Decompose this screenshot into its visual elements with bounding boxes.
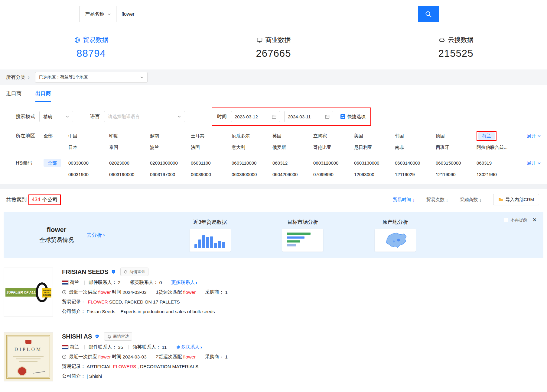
- hs-code-option[interactable]: 00330000: [68, 158, 107, 168]
- region-option[interactable]: 意大利: [232, 143, 270, 152]
- company-name[interactable]: FRISIAN SEEDS: [62, 268, 108, 275]
- quick-options-button[interactable]: 快捷选项: [340, 114, 366, 120]
- region-option[interactable]: 韩国: [395, 131, 433, 141]
- more-contacts-link[interactable]: 更多联系人 ›: [176, 344, 202, 350]
- hs-code-option[interactable]: 0603140000: [395, 158, 433, 168]
- radar-badge[interactable]: 商情雷达: [120, 268, 148, 276]
- region-option[interactable]: 土耳其: [191, 131, 229, 141]
- shipment-match-keyword: flower: [183, 354, 196, 360]
- hs-code-option[interactable]: 02023000: [109, 158, 148, 168]
- region-filter-row: 所在地区 全部 中国 印度 越南 土耳其 厄瓜多尔 英国 立陶宛 美国 韩国 德…: [0, 128, 547, 155]
- banner-card-trade-data[interactable]: 近3年贸易数据: [190, 219, 231, 252]
- company-name[interactable]: SHISHI AS: [62, 333, 92, 340]
- more-contacts-link[interactable]: 更多联系人 ›: [171, 279, 197, 286]
- hs-code-option[interactable]: 0603900000: [232, 170, 270, 179]
- region-option[interactable]: 日本: [68, 143, 107, 152]
- region-expand-label: 展开: [527, 131, 536, 141]
- hs-code-option[interactable]: 060312: [272, 158, 311, 168]
- hs-code-option[interactable]: 0604209000: [272, 170, 311, 179]
- region-option[interactable]: 俄罗斯: [272, 143, 311, 152]
- region-option-selected[interactable]: 荷兰: [478, 132, 495, 140]
- radar-badge[interactable]: 商情雷达: [104, 332, 132, 341]
- hs-code-option[interactable]: 0603120000: [313, 158, 352, 168]
- hs-code-options-grid: 00330000 02023000 02091000000 06031100 0…: [68, 158, 515, 179]
- breadcrumb[interactable]: 所有分类 ›: [6, 74, 30, 81]
- region-option[interactable]: 波兰: [150, 143, 188, 152]
- divider: [152, 290, 152, 294]
- hs-code-option[interactable]: 060319: [477, 158, 515, 168]
- region-option[interactable]: 哥伦比亚: [313, 143, 352, 152]
- region-option[interactable]: 法国: [191, 143, 229, 152]
- region-expand-link[interactable]: 展开: [527, 131, 541, 141]
- certificate-text-line: [13, 356, 44, 357]
- region-option[interactable]: 英国: [272, 131, 311, 141]
- hs-code-option-all[interactable]: 全部: [44, 159, 61, 167]
- hs-code-option[interactable]: 07099990: [313, 170, 352, 179]
- tab-exporter[interactable]: 出口商: [35, 85, 51, 102]
- region-option[interactable]: 德国: [436, 131, 474, 141]
- selected-region-dropdown[interactable]: 已选地区：荷兰等1个地区: [35, 72, 148, 83]
- supply-date: 2024-03-03: [122, 290, 146, 295]
- search-category-dropdown[interactable]: 产品名称: [80, 6, 117, 22]
- date-end-input[interactable]: 2024-03-11: [284, 111, 333, 122]
- hs-code-option[interactable]: 0603130000: [354, 158, 392, 168]
- region-option[interactable]: 尼日利亚: [354, 143, 392, 152]
- banner-card-origin[interactable]: 原产地分析: [375, 219, 416, 252]
- stat-cloud-data[interactable]: 云搜数据 215525: [365, 36, 547, 59]
- origin-map-thumbnail[interactable]: [375, 229, 416, 252]
- hs-code-option[interactable]: 0603110000: [232, 158, 270, 168]
- sort-trade-count[interactable]: 贸易次数 ↓: [426, 197, 448, 203]
- date-start-input[interactable]: 2023-03-12: [231, 111, 280, 122]
- stat-business-data[interactable]: 商业数据 267665: [182, 36, 365, 59]
- certificate-border: DIPLOM: [6, 335, 50, 379]
- region-option[interactable]: 泰国: [109, 143, 148, 152]
- sort-trade-time[interactable]: 贸易时间 ↓: [393, 197, 415, 203]
- close-icon[interactable]: ✕: [532, 217, 537, 223]
- search-mode-select[interactable]: 精确: [39, 111, 73, 122]
- search-button[interactable]: [418, 6, 439, 22]
- region-option[interactable]: 中国: [68, 131, 107, 141]
- dismiss-checkbox[interactable]: [504, 218, 508, 222]
- go-analyze-link[interactable]: 去分析 ›: [86, 232, 105, 239]
- region-option-all[interactable]: 全部: [44, 133, 53, 138]
- bar-chart-thumbnail[interactable]: [190, 229, 231, 252]
- region-option[interactable]: 阿拉伯联合酋...: [477, 143, 515, 152]
- hs-code-option[interactable]: 13021990: [477, 170, 515, 179]
- hs-code-option[interactable]: 02091000000: [150, 158, 188, 168]
- certificate-text-line: [19, 361, 37, 362]
- hs-code-option[interactable]: 06031100: [191, 158, 229, 168]
- stat-trade-data[interactable]: 贸易数据 88794: [0, 36, 182, 59]
- region-option[interactable]: 南非: [395, 143, 433, 152]
- hs-code-option[interactable]: 0603197000: [150, 170, 188, 179]
- hs-code-option[interactable]: 0603150000: [436, 158, 474, 168]
- region-option[interactable]: 立陶宛: [313, 131, 352, 141]
- hs-code-option[interactable]: 0603190000: [109, 170, 148, 179]
- chevron-right-icon: ›: [200, 344, 202, 350]
- market-analysis-thumbnail[interactable]: [282, 229, 323, 252]
- language-select[interactable]: 请选择翻译语言: [104, 111, 185, 122]
- region-option[interactable]: 越南: [150, 131, 188, 141]
- hs-code-option[interactable]: 12119029: [395, 170, 433, 179]
- region-option[interactable]: 厄瓜多尔: [232, 131, 270, 141]
- hs-code-expand-label: 展开: [527, 158, 536, 168]
- tabs-bar: 进口商 出口商: [0, 85, 547, 102]
- hs-code-option[interactable]: 06039000: [191, 170, 229, 179]
- sort-buyer-count[interactable]: 采购商数 ↓: [460, 197, 482, 203]
- supply-time-label: 时间: [112, 354, 121, 360]
- region-option[interactable]: 印度: [109, 131, 148, 141]
- search-input[interactable]: [117, 6, 418, 22]
- hs-code-option[interactable]: 06031900: [68, 170, 107, 179]
- chevron-down-icon: [537, 134, 541, 138]
- hs-code-expand-link[interactable]: 展开: [527, 158, 541, 168]
- tab-importer[interactable]: 进口商: [6, 85, 21, 102]
- banner-card-target-market[interactable]: 目标市场分析: [282, 219, 323, 252]
- hs-code-option[interactable]: 12119090: [436, 170, 474, 179]
- results-toolbar: 贸易时间 ↓ 贸易次数 ↓ 采购商数 ↓ 导入内部CRM: [393, 194, 539, 205]
- company-logo[interactable]: SUPPLIER OF ALL SEEDS FLOWER BULB EXPERT…: [4, 268, 53, 317]
- region-option[interactable]: 美国: [354, 131, 392, 141]
- company-logo[interactable]: DIPLOM: [4, 332, 53, 381]
- divider: [128, 345, 129, 349]
- region-option[interactable]: 西班牙: [436, 143, 474, 152]
- import-crm-button[interactable]: 导入内部CRM: [493, 194, 539, 205]
- hs-code-option[interactable]: 12093000: [354, 170, 392, 179]
